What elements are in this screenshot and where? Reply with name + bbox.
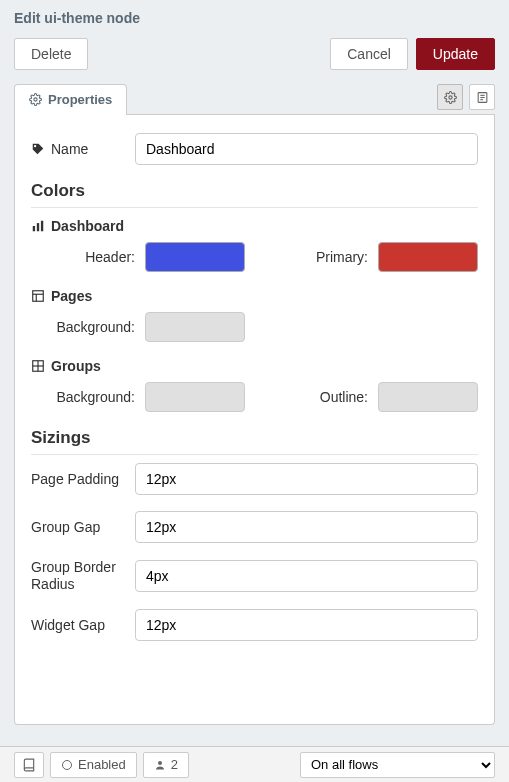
users-count: 2 [171,757,178,772]
file-icon [476,91,489,104]
name-row: Name [31,133,478,165]
enabled-label: Enabled [78,757,126,772]
svg-point-15 [63,760,72,769]
name-label: Name [31,141,135,157]
bar-chart-icon [31,219,45,233]
book-icon [22,758,36,772]
gear-icon [444,91,457,104]
widget-gap-row: Widget Gap [31,609,478,641]
tab-properties[interactable]: Properties [14,84,127,115]
delete-button[interactable]: Delete [14,38,88,70]
footer-bar: Enabled 2 On all flows [0,746,509,782]
group-gap-row: Group Gap [31,511,478,543]
users-count-button[interactable]: 2 [143,752,189,778]
group-gap-label: Group Gap [31,519,135,535]
tab-spacer [127,84,437,115]
widget-gap-label: Widget Gap [31,617,135,633]
dashboard-subheading: Dashboard [31,218,478,234]
groups-bg-label: Background: [31,389,135,405]
name-input[interactable] [135,133,478,165]
header-color-swatch[interactable] [145,242,245,272]
right-button-group: Cancel Update [330,38,495,70]
layout-icon [31,289,45,303]
sizings-heading: Sizings [31,428,478,455]
tag-icon [31,142,45,156]
subheading-text: Dashboard [51,218,124,234]
group-border-radius-row: Group Border Radius [31,559,478,593]
settings-icon-button[interactable] [437,84,463,110]
page-padding-row: Page Padding [31,463,478,495]
update-button[interactable]: Update [416,38,495,70]
dashboard-colors-row: Header: Primary: [31,242,478,272]
gear-icon [29,93,42,106]
groups-outline-swatch[interactable] [378,382,478,412]
cancel-button[interactable]: Cancel [330,38,408,70]
pages-subheading: Pages [31,288,478,304]
grid-icon [31,359,45,373]
enabled-button[interactable]: Enabled [50,752,137,778]
svg-rect-7 [37,223,39,231]
svg-point-0 [34,98,37,101]
primary-color-swatch[interactable] [378,242,478,272]
pages-colors-row: Background: [31,312,478,342]
scope-select[interactable]: On all flows [300,752,495,778]
widget-gap-input[interactable] [135,609,478,641]
groups-bg-swatch[interactable] [145,382,245,412]
notes-icon-button[interactable] [469,84,495,110]
tab-actions [437,84,495,115]
tab-bar: Properties [0,84,509,115]
pages-bg-label: Background: [31,319,135,335]
dialog-title: Edit ui-theme node [0,0,509,34]
svg-point-16 [158,761,162,765]
groups-subheading: Groups [31,358,478,374]
groups-colors-row: Background: Outline: [31,382,478,412]
properties-panel: Name Colors Dashboard Header: Primary: P… [14,115,495,725]
group-gap-input[interactable] [135,511,478,543]
svg-rect-8 [41,221,43,232]
page-padding-label: Page Padding [31,471,135,487]
subheading-text: Pages [51,288,92,304]
groups-outline-label: Outline: [255,389,368,405]
book-icon-button[interactable] [14,752,44,778]
page-padding-input[interactable] [135,463,478,495]
tab-label: Properties [48,92,112,107]
label-text: Name [51,141,88,157]
svg-point-1 [448,95,451,98]
colors-heading: Colors [31,181,478,208]
circle-icon [61,759,73,771]
svg-rect-9 [33,291,44,302]
pages-bg-swatch[interactable] [145,312,245,342]
action-button-row: Delete Cancel Update [0,34,509,84]
header-color-label: Header: [31,249,135,265]
svg-rect-6 [33,226,35,231]
group-border-radius-input[interactable] [135,560,478,592]
user-icon [154,759,166,771]
group-border-radius-label: Group Border Radius [31,559,135,593]
primary-color-label: Primary: [255,249,368,265]
subheading-text: Groups [51,358,101,374]
